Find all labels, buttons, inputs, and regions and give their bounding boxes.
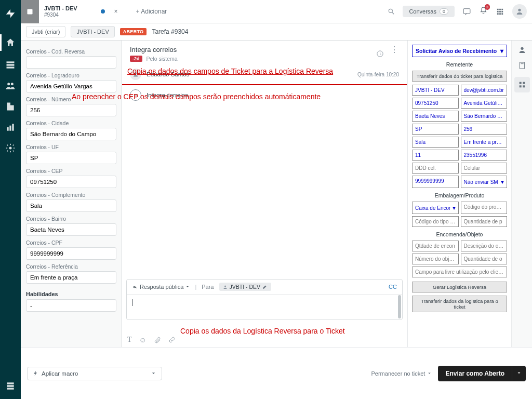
- via-label: Pelo sistema: [147, 56, 178, 62]
- remetente-sms-select[interactable]: Não enviar SM▾: [461, 176, 508, 188]
- cod-reversa-input[interactable]: [26, 56, 116, 69]
- bairro-input[interactable]: [26, 223, 116, 236]
- search-icon[interactable]: [388, 8, 395, 15]
- attachment-icon[interactable]: [154, 336, 161, 343]
- remetente-cep[interactable]: 09751250: [412, 98, 459, 109]
- complemento-input[interactable]: [26, 200, 116, 212]
- nav-rail: [0, 0, 21, 399]
- cpf-input[interactable]: [26, 247, 116, 260]
- remetente-email[interactable]: dev@jvbti.com.br: [461, 85, 508, 96]
- reply-composer: Resposta pública | Para JVBTI - DEV CC: [126, 279, 403, 320]
- qtd-encomenda-input[interactable]: Qtdade de encon: [412, 241, 459, 251]
- remetente-cidade[interactable]: São Bernardo do C: [461, 111, 508, 122]
- cc-button[interactable]: CC: [389, 284, 397, 290]
- field-label: Correios - CEP: [26, 168, 116, 174]
- apps-grid-icon[interactable]: [496, 7, 504, 16]
- close-tab-button[interactable]: ×: [114, 8, 118, 15]
- composer-textarea[interactable]: [127, 295, 402, 320]
- numero-objeto-input[interactable]: Número do objeto/: [412, 254, 459, 264]
- svg-point-12: [389, 9, 393, 12]
- reports-icon[interactable]: [5, 122, 16, 132]
- aviso-select[interactable]: Solicitar Aviso de Recebimento▾: [412, 45, 507, 57]
- edit-icon[interactable]: [262, 284, 268, 289]
- codigo-produto-input[interactable]: Código do produto: [461, 202, 508, 214]
- transfer-ticket-to-logistics-button[interactable]: Transferir dados do ticket para logistic…: [412, 71, 507, 82]
- org-icon[interactable]: [5, 101, 16, 112]
- remetente-uf[interactable]: SP: [412, 124, 459, 135]
- svg-rect-18: [497, 11, 499, 12]
- transfer-logistics-to-ticket-button[interactable]: Transferir dados da logistica para o tic…: [412, 296, 507, 312]
- breadcrumb-org[interactable]: JVBTI - DEV: [71, 26, 114, 37]
- text-format-button[interactable]: T: [127, 336, 132, 344]
- more-icon[interactable]: ⋮: [390, 50, 399, 58]
- remetente-logradouro[interactable]: Avenida Getúlio Va: [461, 98, 508, 109]
- logistics-app-panel: Solicitar Aviso de Recebimento▾ Remetent…: [407, 41, 511, 347]
- submit-dropdown[interactable]: [512, 366, 526, 381]
- svg-rect-5: [7, 103, 10, 111]
- top-header: JVBTI - DEV #9304 × + Adicionar Conversa…: [21, 0, 532, 23]
- logradouro-input[interactable]: [26, 80, 116, 92]
- svg-rect-0: [7, 61, 15, 63]
- macro-dropdown[interactable]: Aplicar macro: [27, 367, 162, 380]
- field-label: Correios - CPF: [26, 240, 116, 246]
- referencia-input[interactable]: [26, 271, 116, 284]
- notifications-button[interactable]: 3: [479, 6, 488, 17]
- emoji-button[interactable]: ☺: [139, 336, 147, 344]
- cidade-input[interactable]: [26, 128, 116, 140]
- chat-icon[interactable]: [462, 7, 471, 16]
- descricao-objeto-input[interactable]: Descrição do objet: [461, 241, 508, 251]
- settings-icon[interactable]: [5, 143, 16, 153]
- numero-input[interactable]: [26, 104, 116, 116]
- breadcrumb-requester[interactable]: Jvbti (criar): [26, 26, 65, 37]
- remetente-complemento[interactable]: Sala: [412, 137, 459, 148]
- svg-rect-7: [7, 127, 8, 131]
- remetente-numero[interactable]: 256: [461, 124, 508, 135]
- conversations-label: Conversas: [409, 8, 436, 15]
- clock-icon[interactable]: [376, 50, 384, 58]
- campo-livre-input[interactable]: Campo para livre utilização pelo cliente: [412, 267, 507, 277]
- remetente-bairro[interactable]: Baeta Neves: [412, 111, 459, 122]
- add-tab-button[interactable]: + Adicionar: [136, 8, 167, 15]
- nav-home[interactable]: [5, 37, 16, 49]
- remetente-referencia[interactable]: Em frente a praça: [461, 137, 508, 148]
- field-label: Correios - Bairro: [26, 216, 116, 222]
- codigo-tipo-input[interactable]: Código do tipo de p: [412, 216, 459, 227]
- zendesk-product-icon[interactable]: [5, 381, 16, 391]
- profile-avatar[interactable]: [512, 4, 527, 19]
- user-context-icon[interactable]: [518, 46, 526, 54]
- field-label: Correios - Logradouro: [26, 72, 116, 78]
- uf-input[interactable]: [26, 152, 116, 164]
- chevron-down-icon: [516, 370, 522, 376]
- svg-rect-32: [519, 82, 521, 84]
- users-icon[interactable]: [5, 81, 16, 91]
- embalagem-tipo-select[interactable]: Caixa de Encor▾: [412, 202, 459, 214]
- age-badge: -2d: [130, 56, 142, 62]
- quantidade-objeto-input[interactable]: Quantidade de o: [461, 254, 508, 264]
- link-icon[interactable]: [168, 336, 176, 343]
- remetente-celular[interactable]: Celular: [461, 163, 508, 174]
- remetente-telefone[interactable]: 23551996: [461, 150, 508, 161]
- svg-point-4: [11, 83, 14, 85]
- scrollbar-thumb[interactable]: [398, 295, 401, 318]
- svg-rect-34: [519, 85, 521, 87]
- submit-button[interactable]: Enviar como Aberto: [438, 366, 512, 381]
- views-icon[interactable]: [5, 60, 16, 70]
- remetente-ddd-cel[interactable]: DDD cel.: [412, 163, 459, 174]
- remetente-ddd[interactable]: 11: [412, 150, 459, 161]
- habilidades-input[interactable]: [26, 299, 116, 312]
- apps-icon[interactable]: [514, 77, 530, 92]
- quantidade-produto-input[interactable]: Quantidade de p: [461, 216, 508, 227]
- stay-on-ticket-dropdown[interactable]: Permanecer no ticket: [371, 370, 432, 377]
- reply-type-dropdown[interactable]: Resposta pública: [132, 284, 190, 290]
- lightning-icon: [33, 370, 38, 376]
- knowledge-icon[interactable]: [518, 61, 526, 70]
- conversations-button[interactable]: Conversas 0: [403, 6, 455, 17]
- cep-input[interactable]: [26, 176, 116, 188]
- remetente-nome[interactable]: JVBTI - DEV: [412, 85, 459, 96]
- gerar-logistica-button[interactable]: Gerar Logística Reversa: [412, 282, 507, 292]
- chevron-down-icon: ▾: [453, 204, 456, 211]
- tab-active[interactable]: JVBTI - DEV #9304: [44, 5, 77, 17]
- annotation-text: Copia os dados dos campos de Ticket para…: [127, 67, 333, 75]
- remetente-cpf[interactable]: 9999999999: [412, 176, 459, 188]
- recipient-pill[interactable]: JVBTI - DEV: [219, 283, 272, 291]
